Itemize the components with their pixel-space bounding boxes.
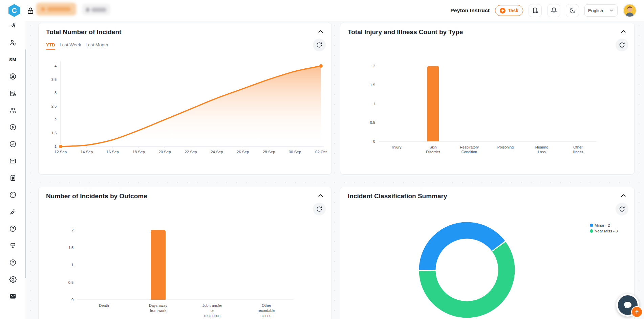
clipboard-clock-icon (9, 90, 17, 97)
bell-icon (551, 7, 557, 14)
svg-text:Skin: Skin (429, 145, 436, 149)
moon-icon (569, 7, 576, 14)
sidebar-item-play[interactable] (9, 123, 17, 131)
sidebar-item-settings[interactable] (9, 276, 17, 283)
sidebar-item-help-2[interactable] (9, 259, 17, 266)
svg-text:restriction: restriction (204, 314, 220, 318)
svg-text:1: 1 (373, 102, 375, 106)
user-name: Peyton Instruct (450, 7, 490, 14)
chevron-up-icon (620, 28, 627, 35)
svg-text:2: 2 (373, 64, 375, 68)
bookmark-add-button[interactable] (529, 4, 542, 17)
sidebar-item-circle-dots[interactable] (9, 191, 17, 199)
dark-mode-button[interactable] (566, 4, 579, 17)
svg-text:2.5: 2.5 (51, 104, 57, 108)
sm-label: SM (9, 57, 16, 62)
user-avatar[interactable] (623, 4, 637, 17)
sidebar-item-check[interactable] (9, 140, 17, 148)
svg-text:3.5: 3.5 (51, 77, 57, 82)
collapse-button[interactable] (317, 28, 325, 36)
svg-text:Loss: Loss (538, 150, 546, 154)
help-circle-icon (9, 259, 17, 266)
svg-text:4: 4 (55, 64, 57, 68)
redacted-primary-button[interactable] (36, 3, 76, 16)
legend-item-near-miss[interactable]: Near Miss - 3 (590, 229, 618, 233)
collapse-button[interactable] (317, 192, 325, 200)
svg-text:Respiratory: Respiratory (460, 145, 479, 149)
legend-dot-minor (590, 224, 593, 227)
svg-text:30 Sep: 30 Sep (289, 150, 301, 154)
tab-last-month[interactable]: Last Month (86, 42, 108, 49)
svg-text:or: or (211, 309, 214, 313)
refresh-icon (316, 42, 322, 48)
refresh-icon (619, 42, 625, 48)
legend-item-minor[interactable]: Minor - 2 (590, 223, 618, 227)
svg-text:28 Sep: 28 Sep (263, 150, 275, 154)
tab-last-week[interactable]: Last Week (60, 42, 81, 49)
lock-icon[interactable] (26, 7, 35, 15)
sidebar-item-help[interactable] (9, 225, 17, 232)
svg-text:recordable: recordable (258, 309, 275, 313)
user-circle-icon (9, 73, 17, 80)
refresh-button[interactable] (313, 39, 326, 51)
svg-text:2: 2 (71, 228, 73, 232)
tab-ytd[interactable]: YTD (46, 42, 55, 49)
sidebar-item-hub[interactable] (9, 22, 17, 29)
sidebar-item-clipboard-clock[interactable] (9, 90, 17, 97)
redacted-label (47, 7, 71, 11)
sidebar-item-profile[interactable] (9, 73, 17, 80)
sidebar-item-mail-filled[interactable] (9, 293, 17, 300)
sidebar-item-spark[interactable] (9, 208, 17, 215)
task-button-label: Task (508, 8, 518, 13)
donut-legend: Minor - 2 Near Miss - 3 (590, 223, 618, 233)
svg-text:1.5: 1.5 (51, 131, 57, 135)
svg-text:20 Sep: 20 Sep (158, 150, 171, 154)
add-task-button[interactable]: + Task (495, 5, 523, 16)
redacted-icon (86, 8, 89, 12)
help-circle-icon (9, 225, 17, 232)
redacted-secondary-button[interactable] (82, 4, 110, 15)
mail-filled-icon (9, 293, 17, 300)
notifications-button[interactable] (547, 4, 560, 17)
svg-text:Job transfer: Job transfer (202, 303, 222, 307)
svg-text:Death: Death (99, 303, 109, 307)
svg-text:Illness: Illness (573, 150, 583, 154)
svg-text:Injury: Injury (392, 145, 402, 149)
svg-text:1.5: 1.5 (68, 246, 73, 250)
sidebar-item-sm[interactable]: SM (9, 56, 17, 63)
user-shield-icon (9, 39, 17, 46)
card-title: Number of Incidents by Outcome (46, 192, 147, 200)
legend-dot-near-miss (590, 229, 593, 233)
plus-circle-icon: + (500, 8, 506, 14)
dashboard-main: Total Number of Incident YTD Last Week L… (25, 21, 644, 319)
scroll-to-top-button[interactable] (631, 306, 643, 318)
svg-text:Condition: Condition (461, 150, 477, 154)
svg-text:1.5: 1.5 (370, 83, 375, 87)
sidebar-item-user-shield[interactable] (9, 39, 17, 46)
collapse-button[interactable] (619, 28, 627, 36)
svg-text:14 Sep: 14 Sep (81, 150, 93, 154)
sidebar-item-clipboard[interactable] (9, 174, 17, 182)
svg-text:Days away: Days away (149, 303, 167, 307)
legend-label: Near Miss - 3 (595, 229, 618, 233)
svg-text:cases: cases (262, 314, 272, 318)
clipboard-icon (9, 174, 17, 182)
refresh-button[interactable] (616, 39, 628, 51)
sidebar: SM (0, 21, 25, 319)
card-title: Total Number of Incident (46, 28, 121, 36)
language-select[interactable]: English (584, 4, 618, 17)
spark-icon (9, 208, 17, 215)
classification-donut-chart (340, 187, 635, 319)
refresh-button[interactable] (313, 203, 326, 215)
mail-icon (9, 157, 17, 165)
sidebar-item-presentation[interactable] (9, 242, 17, 249)
sidebar-item-mail[interactable] (9, 157, 17, 165)
sidebar-item-users[interactable] (9, 107, 17, 114)
svg-text:2: 2 (55, 118, 57, 122)
svg-text:C: C (12, 6, 17, 14)
chevron-up-icon (317, 192, 324, 199)
sidebar-scrollbar[interactable] (25, 49, 26, 278)
hub-icon (9, 22, 17, 29)
app-logo-icon[interactable]: C (7, 4, 21, 17)
refresh-icon (316, 206, 322, 212)
